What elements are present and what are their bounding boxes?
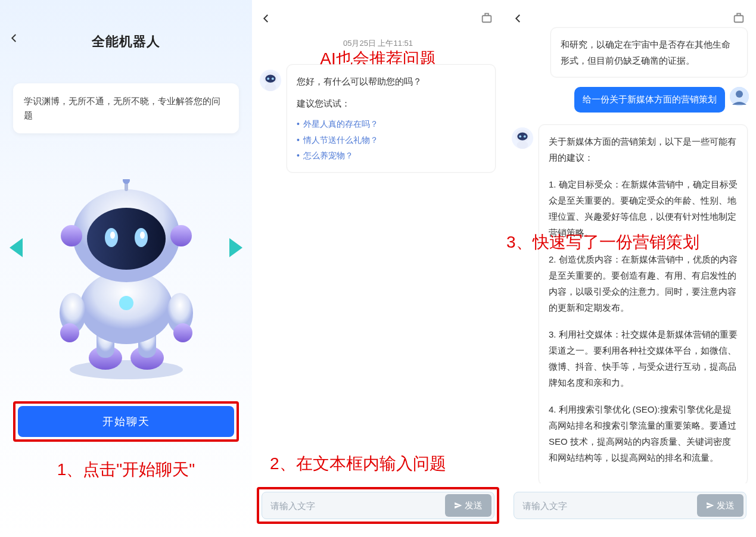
intro-text: 学识渊博，无所不通，无所不晓，专业解答您的问题 bbox=[13, 83, 239, 133]
send-button[interactable]: 发送 bbox=[445, 494, 491, 517]
svg-point-17 bbox=[140, 232, 145, 239]
reply-point: 4. 利用搜索引擎优化 (SEO):搜索引擎优化是提高网站排名和搜索引擎流量的重… bbox=[549, 401, 738, 466]
panel-intro: 全能机器人 学识渊博，无所不通，无所不晓，专业解答您的问题 bbox=[0, 0, 252, 537]
chat-scroll: 和研究，以确定在宇宙中是否存在其他生命形式，但目前仍缺乏确凿的证据。 给一份关于… bbox=[504, 24, 756, 483]
svg-point-35 bbox=[517, 133, 527, 141]
annotation-text-1: 1、点击"开始聊天" bbox=[0, 458, 252, 481]
svg-point-25 bbox=[267, 77, 269, 80]
svg-point-8 bbox=[60, 323, 79, 342]
svg-rect-21 bbox=[483, 15, 491, 22]
svg-point-13 bbox=[87, 208, 166, 270]
input-row: 发送 bbox=[262, 492, 494, 519]
greeting-text: 您好，有什么可以帮助您的吗？ bbox=[297, 73, 486, 89]
bot-reply-bubble: 关于新媒体方面的营销策划，以下是一些可能有用的建议： 1. 确定目标受众：在新媒… bbox=[539, 124, 748, 483]
bot-avatar bbox=[259, 69, 282, 92]
menu-icon[interactable] bbox=[732, 11, 745, 24]
bot-avatar bbox=[511, 127, 534, 149]
greeting-bubble: 您好，有什么可以帮助您的吗？ 建议您试试： 外星人真的存在吗？ 情人节送什么礼物… bbox=[287, 64, 496, 173]
reply-point: 3. 利用社交媒体：社交媒体是新媒体营销的重要渠道之一。要利用各种社交媒体平台，… bbox=[549, 326, 738, 391]
back-button[interactable] bbox=[261, 13, 272, 24]
start-chat-button[interactable]: 开始聊天 bbox=[18, 406, 234, 437]
panel-chat-empty: 05月25日 上午11:51 AI也会推荐问题 您好，有什么可以帮助您的吗？ 建… bbox=[252, 0, 504, 537]
user-message-row: 给一份关于新媒体方面的营销策划 bbox=[540, 87, 749, 113]
topbar bbox=[252, 11, 504, 29]
svg-point-32 bbox=[736, 90, 743, 98]
svg-point-36 bbox=[519, 135, 521, 138]
svg-point-9 bbox=[173, 323, 192, 342]
bot-reply-partial: 和研究，以确定在宇宙中是否存在其他生命形式，但目前仍缺乏确凿的证据。 bbox=[550, 27, 748, 77]
page-title: 全能机器人 bbox=[0, 33, 252, 51]
send-button[interactable]: 发送 bbox=[697, 494, 743, 517]
svg-point-0 bbox=[70, 360, 183, 379]
svg-point-27 bbox=[265, 83, 276, 91]
message-input[interactable] bbox=[514, 501, 697, 511]
svg-point-38 bbox=[517, 141, 528, 149]
suggestion-label: 建议您试试： bbox=[297, 95, 486, 111]
back-button[interactable] bbox=[513, 13, 524, 24]
bot-reply-row: 关于新媒体方面的营销策划，以下是一些可能有用的建议： 1. 确定目标受众：在新媒… bbox=[504, 124, 756, 483]
svg-point-37 bbox=[524, 135, 526, 138]
annotation-text-2: 2、在文本框内输入问题 bbox=[252, 452, 504, 475]
svg-point-16 bbox=[110, 232, 115, 239]
svg-point-20 bbox=[119, 296, 133, 310]
suggestion-item[interactable]: 外星人真的存在吗？ bbox=[297, 116, 486, 132]
annotation-text-3: 3、快速写了一份营销策划 bbox=[506, 231, 754, 254]
send-icon bbox=[706, 501, 714, 510]
robot-icon bbox=[37, 179, 216, 382]
suggestion-item[interactable]: 情人节送什么礼物？ bbox=[297, 132, 486, 148]
svg-point-24 bbox=[265, 75, 275, 83]
suggestion-list: 外星人真的存在吗？ 情人节送什么礼物？ 怎么养宠物？ bbox=[297, 116, 486, 164]
suggestion-item[interactable]: 怎么养宠物？ bbox=[297, 148, 486, 164]
user-message: 给一份关于新媒体方面的营销策划 bbox=[574, 87, 725, 113]
message-input[interactable] bbox=[262, 501, 445, 511]
svg-point-12 bbox=[170, 225, 192, 246]
svg-point-11 bbox=[61, 225, 82, 246]
svg-point-26 bbox=[272, 77, 274, 80]
user-avatar bbox=[730, 87, 749, 106]
reply-point: 2. 创造优质内容：在新媒体营销中，优质的内容是至关重要的。要创造有趣、有用、有… bbox=[549, 251, 738, 316]
svg-rect-28 bbox=[735, 15, 743, 22]
panel-chat-reply: 和研究，以确定在宇宙中是否存在其他生命形式，但目前仍缺乏确凿的证据。 给一份关于… bbox=[504, 0, 756, 537]
input-row: 发送 bbox=[514, 492, 746, 519]
svg-point-19 bbox=[123, 179, 130, 184]
robot-illustration bbox=[0, 167, 252, 394]
send-icon bbox=[454, 501, 462, 510]
reply-intro: 关于新媒体方面的营销策划，以下是一些可能有用的建议： bbox=[549, 133, 738, 166]
menu-icon[interactable] bbox=[480, 11, 493, 24]
